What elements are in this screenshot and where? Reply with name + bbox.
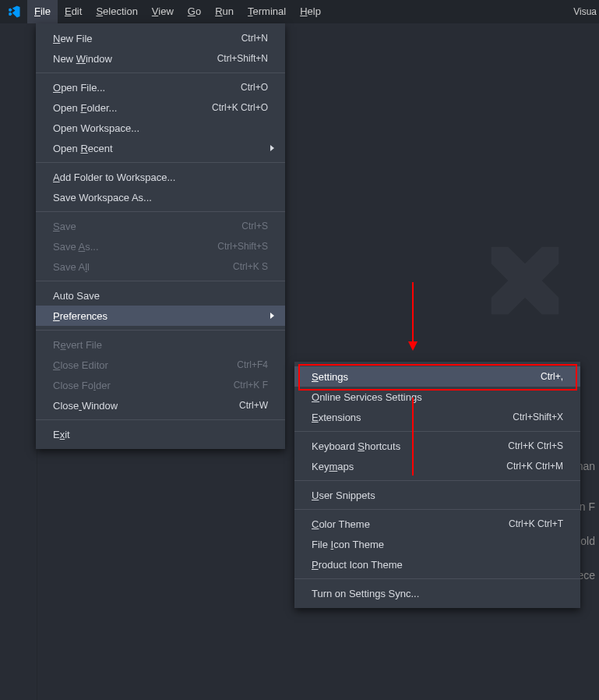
- menu-item-label: Open Workspace...: [53, 122, 139, 134]
- menu-item-label: File Icon Theme: [312, 539, 384, 550]
- pref-menu-item-extensions[interactable]: ExtensionsCtrl+Shift+X: [294, 407, 580, 427]
- menu-item-shortcut: Ctrl+K Ctrl+O: [212, 102, 268, 113]
- pref-menu-item-online-services-settings[interactable]: Online Services Settings: [294, 387, 580, 407]
- app-logo: [0, 0, 27, 23]
- pref-menu-item-product-icon-theme[interactable]: Product Icon Theme: [294, 554, 580, 574]
- pref-menu-item-separator: [294, 431, 580, 432]
- menu-item-label: Close Folder: [53, 380, 111, 391]
- menu-item-shortcut: Ctrl+Shift+N: [217, 53, 268, 64]
- file-menu-item-separator: [36, 211, 285, 212]
- menubar-item-file[interactable]: File: [27, 0, 58, 23]
- pref-menu-item-turn-on-settings-sync[interactable]: Turn on Settings Sync...: [294, 583, 580, 603]
- menu-item-shortcut: Ctrl+O: [241, 82, 268, 93]
- menu-item-label: Save: [53, 221, 76, 232]
- file-menu-item-close-folder: Close FolderCtrl+K F: [36, 375, 285, 395]
- menu-item-shortcut: Ctrl+K S: [233, 261, 268, 272]
- menu-item-label: Add Folder to Workspace...: [53, 171, 175, 183]
- menu-item-shortcut: Ctrl+K Ctrl+S: [508, 440, 563, 451]
- menu-item-label: Keymaps: [312, 461, 354, 472]
- pref-menu-item-file-icon-theme[interactable]: File Icon Theme: [294, 534, 580, 554]
- menubar-item-terminal[interactable]: Terminal: [241, 0, 293, 23]
- pref-menu-item-separator: [294, 509, 580, 510]
- menu-item-label: Save All: [53, 261, 90, 273]
- menu-item-label: Open Folder...: [53, 102, 117, 114]
- menubar-item-edit[interactable]: Edit: [58, 0, 89, 23]
- menu-item-shortcut: Ctrl+Shift+S: [217, 241, 268, 252]
- pref-menu-item-separator: [294, 578, 580, 579]
- file-menu-item-separator: [36, 419, 285, 420]
- menubar-item-run[interactable]: Run: [208, 0, 241, 23]
- menu-item-label: Open Recent: [53, 143, 113, 154]
- file-menu-item-close-window[interactable]: Close WindowCtrl+W: [36, 395, 285, 415]
- menu-item-label: Save As...: [53, 241, 99, 253]
- menubar-item-selection[interactable]: Selection: [89, 0, 144, 23]
- file-menu-item-save-all: Save AllCtrl+K S: [36, 256, 285, 277]
- preferences-submenu: SettingsCtrl+,Online Services SettingsEx…: [294, 362, 580, 608]
- menu-item-label: Turn on Settings Sync...: [312, 588, 419, 599]
- menu-item-shortcut: Ctrl+K Ctrl+T: [509, 518, 563, 529]
- menu-item-shortcut: Ctrl+,: [541, 371, 563, 382]
- menu-item-label: Revert File: [53, 339, 102, 351]
- menu-item-shortcut: Ctrl+Shift+X: [513, 412, 563, 422]
- file-menu-item-open-recent[interactable]: Open Recent: [36, 138, 285, 158]
- title-right-text: Visua: [573, 0, 597, 23]
- menu-item-label: New File: [53, 33, 93, 44]
- menu-item-shortcut: Ctrl+N: [241, 33, 268, 44]
- close-icon: [474, 230, 576, 334]
- activitybar: [0, 23, 37, 700]
- file-menu-item-new-window[interactable]: New WindowCtrl+Shift+N: [36, 48, 285, 69]
- menu-item-label: Settings: [312, 371, 348, 383]
- file-menu-item-exit[interactable]: Exit: [36, 424, 285, 444]
- file-menu-item-separator: [36, 72, 285, 73]
- menu-item-label: Preferences: [53, 310, 107, 322]
- file-menu-item-add-folder-to-workspace[interactable]: Add Folder to Workspace...: [36, 167, 285, 187]
- menu-item-shortcut: Ctrl+K Ctrl+M: [506, 461, 563, 472]
- file-menu-item-save-workspace-as[interactable]: Save Workspace As...: [36, 187, 285, 207]
- file-menu: New FileCtrl+NNew WindowCtrl+Shift+NOpen…: [36, 23, 285, 449]
- menu-item-label: Exit: [53, 429, 70, 440]
- menu-item-shortcut: Ctrl+W: [239, 400, 268, 411]
- menu-item-label: Color Theme: [312, 518, 370, 530]
- menu-item-label: Open File...: [53, 82, 105, 94]
- menu-item-label: Product Icon Theme: [312, 559, 403, 571]
- file-menu-item-open-file[interactable]: Open File...Ctrl+O: [36, 77, 285, 97]
- file-menu-item-separator: [36, 162, 285, 163]
- menu-item-shortcut: Ctrl+S: [241, 221, 268, 232]
- pref-menu-item-keymaps[interactable]: KeymapsCtrl+K Ctrl+M: [294, 456, 580, 476]
- pref-menu-item-color-theme[interactable]: Color ThemeCtrl+K Ctrl+T: [294, 514, 580, 534]
- pref-menu-item-keyboard-shortcuts[interactable]: Keyboard ShortcutsCtrl+K Ctrl+S: [294, 436, 580, 456]
- file-menu-item-separator: [36, 330, 285, 331]
- menu-item-label: Save Workspace As...: [53, 192, 152, 203]
- menubar-item-go[interactable]: Go: [181, 0, 208, 23]
- titlebar: FileEditSelectionViewGoRunTerminalHelp V…: [0, 0, 599, 23]
- menu-item-label: Extensions: [312, 412, 361, 423]
- menu-item-shortcut: Ctrl+F4: [237, 359, 268, 370]
- pref-menu-item-settings[interactable]: SettingsCtrl+,: [294, 366, 580, 387]
- file-menu-item-open-workspace[interactable]: Open Workspace...: [36, 118, 285, 138]
- file-menu-item-open-folder[interactable]: Open Folder...Ctrl+K Ctrl+O: [36, 97, 285, 118]
- menubar-item-help[interactable]: Help: [293, 0, 328, 23]
- menu-item-label: Auto Save: [53, 290, 100, 302]
- file-menu-item-close-editor: Close EditorCtrl+F4: [36, 355, 285, 375]
- pref-menu-item-separator: [294, 480, 580, 481]
- menu-item-label: Close Editor: [53, 359, 108, 371]
- menu-item-label: Close Window: [53, 400, 118, 412]
- menu-item-label: User Snippets: [312, 490, 375, 501]
- pref-menu-item-user-snippets[interactable]: User Snippets: [294, 485, 580, 505]
- file-menu-item-preferences[interactable]: Preferences: [36, 306, 285, 326]
- menubar: FileEditSelectionViewGoRunTerminalHelp: [27, 0, 328, 23]
- file-menu-item-separator: [36, 281, 285, 281]
- menu-item-label: Keyboard Shortcuts: [312, 440, 400, 452]
- file-menu-item-save: SaveCtrl+S: [36, 216, 285, 236]
- menubar-item-view[interactable]: View: [145, 0, 181, 23]
- file-menu-item-save-as: Save As...Ctrl+Shift+S: [36, 236, 285, 256]
- file-menu-item-auto-save[interactable]: Auto Save: [36, 285, 285, 306]
- menu-item-label: Online Services Settings: [312, 391, 422, 403]
- vscode-icon: [7, 5, 21, 19]
- file-menu-item-new-file[interactable]: New FileCtrl+N: [36, 28, 285, 48]
- menu-item-shortcut: Ctrl+K F: [234, 380, 268, 391]
- menu-item-label: New Window: [53, 53, 112, 65]
- file-menu-item-revert-file: Revert File: [36, 334, 285, 355]
